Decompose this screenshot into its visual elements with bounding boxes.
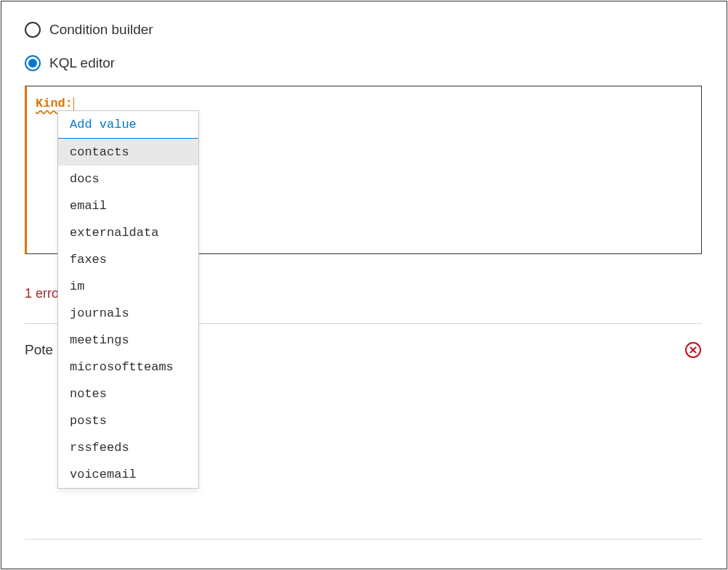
autocomplete-item-docs[interactable]: docs	[58, 166, 198, 192]
autocomplete-item-meetings[interactable]: meetings	[58, 327, 198, 354]
text-cursor-icon	[73, 97, 74, 110]
autocomplete-dropdown: Add value contacts docs email externalda…	[57, 110, 199, 489]
autocomplete-item-externaldata[interactable]: externaldata	[58, 219, 198, 246]
circle-x-icon	[684, 341, 702, 359]
autocomplete-item-voicemail[interactable]: voicemail	[58, 461, 198, 488]
error-status-icon	[684, 341, 702, 359]
radio-label: Condition builder	[49, 22, 153, 38]
radio-circle-icon	[25, 22, 41, 38]
autocomplete-item-posts[interactable]: posts	[58, 407, 198, 434]
autocomplete-item-notes[interactable]: notes	[58, 380, 198, 407]
autocomplete-item-contacts[interactable]: contacts	[58, 139, 198, 166]
section-divider	[25, 539, 702, 540]
autocomplete-item-email[interactable]: email	[58, 192, 198, 219]
radio-inner-dot-icon	[28, 59, 37, 68]
potential-results-label: Pote	[25, 342, 53, 358]
radio-kql-editor[interactable]: KQL editor	[25, 55, 703, 71]
autocomplete-item-rssfeeds[interactable]: rssfeeds	[58, 434, 198, 461]
editor-token-kind: Kind:	[36, 97, 73, 110]
radio-condition-builder[interactable]: Condition builder	[25, 22, 703, 38]
radio-label: KQL editor	[49, 55, 115, 71]
panel-container: Condition builder KQL editor Kind: Add v…	[1, 1, 727, 569]
editor-mode-radio-group: Condition builder KQL editor	[25, 22, 703, 71]
autocomplete-item-im[interactable]: im	[58, 273, 198, 300]
autocomplete-item-microsoftteams[interactable]: microsoftteams	[58, 354, 198, 380]
autocomplete-header: Add value	[58, 111, 198, 139]
radio-circle-selected-icon	[25, 55, 41, 71]
autocomplete-item-faxes[interactable]: faxes	[58, 246, 198, 273]
kql-editor-textarea[interactable]: Kind: Add value contacts docs email exte…	[25, 86, 702, 254]
autocomplete-item-journals[interactable]: journals	[58, 300, 198, 327]
